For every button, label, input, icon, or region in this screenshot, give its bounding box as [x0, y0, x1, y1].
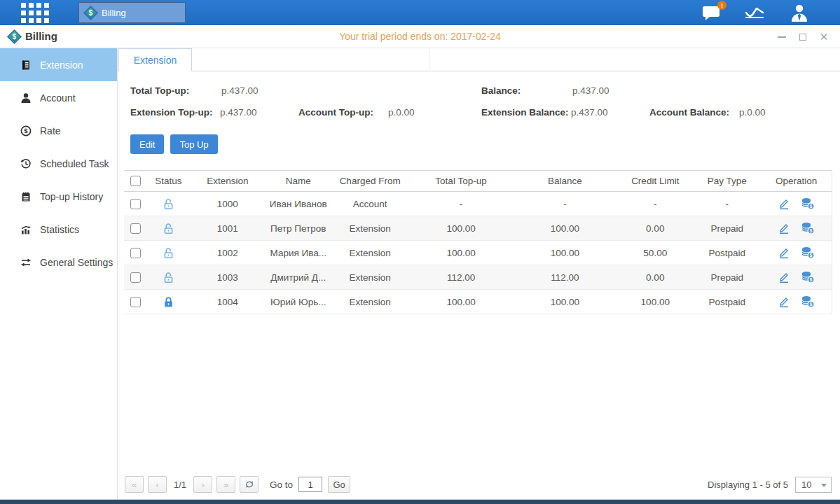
tab-extension[interactable]: Extension: [118, 48, 192, 71]
topup-coins-icon[interactable]: $: [801, 246, 815, 259]
unlocked-icon: [163, 223, 174, 234]
cell-credit-limit: 50.00: [617, 248, 693, 258]
edit-pencil-icon[interactable]: [778, 271, 790, 284]
row-checkbox[interactable]: [130, 199, 141, 209]
sidebar-item-label: Account: [40, 92, 76, 104]
edit-pencil-icon[interactable]: [778, 222, 790, 234]
taskbar-tab-billing[interactable]: $ Billing: [78, 2, 186, 23]
sidebar-item-extension[interactable]: Extension: [0, 48, 117, 81]
table-row: 1000 Иван Иванов Account - - - -: [124, 192, 832, 216]
account-topup-value: p.0.00: [388, 107, 415, 118]
svg-text:$: $: [810, 228, 813, 234]
refresh-icon[interactable]: [240, 476, 259, 493]
sidebar: Extension Account $ Rate Scheduled Task: [0, 48, 118, 499]
column-header-pay-type: Pay Type: [693, 176, 761, 186]
pagination-bar: « ‹ 1/1 › » Go to Go Displaying 1 - 5 of…: [125, 475, 832, 493]
user-icon[interactable]: [790, 4, 809, 22]
cell-name: Дмитрий Д...: [266, 272, 331, 283]
page-size-select[interactable]: 10: [795, 477, 832, 493]
app-grid-icon[interactable]: [21, 3, 53, 23]
select-all-checkbox[interactable]: [130, 176, 141, 186]
next-page-button[interactable]: ›: [193, 476, 212, 493]
unlocked-icon: [163, 247, 174, 259]
taskbar-tab-label: Billing: [102, 8, 126, 18]
maximize-icon[interactable]: [798, 32, 808, 42]
cell-charged-from: Extension: [331, 272, 410, 283]
table-row: 1001 Петр Петров Extension 100.00 100.00…: [124, 216, 832, 241]
sidebar-item-topup-history[interactable]: Top-up History: [0, 180, 117, 213]
sidebar-item-label: Top-up History: [40, 191, 103, 202]
prev-page-button[interactable]: ‹: [148, 476, 167, 493]
minimize-icon[interactable]: [777, 32, 787, 42]
cell-total-topup: -: [410, 199, 513, 209]
edit-pencil-icon[interactable]: [778, 197, 790, 210]
cell-pay-type: Prepaid: [693, 223, 761, 234]
svg-text:$: $: [810, 253, 813, 258]
svg-text:$: $: [24, 127, 28, 134]
cell-extension: 1003: [189, 272, 266, 283]
cell-credit-limit: -: [617, 199, 693, 209]
sidebar-item-account[interactable]: Account: [0, 81, 117, 114]
cell-name: Петр Петров: [266, 223, 331, 234]
svg-text:$: $: [810, 302, 813, 307]
balance-value: p.437.00: [572, 85, 610, 96]
sidebar-item-general-settings[interactable]: General Settings: [0, 246, 117, 279]
row-checkbox[interactable]: [130, 297, 141, 307]
first-page-button[interactable]: «: [125, 476, 144, 493]
cell-extension: 1002: [189, 248, 266, 258]
sidebar-item-label: Rate: [40, 125, 61, 136]
column-header-status: Status: [148, 176, 189, 186]
dollar-diamond-icon: $: [83, 5, 98, 20]
table-row: 1004 Юрий Юрь... Extension 100.00 100.00…: [124, 290, 832, 314]
chat-icon[interactable]: !: [701, 4, 721, 21]
sidebar-item-label: Scheduled Task: [40, 158, 109, 169]
person-icon: [20, 92, 32, 104]
extension-balance-label: Extension Balance:: [481, 107, 571, 118]
clock-history-icon: [20, 158, 32, 169]
cell-charged-from: Extension: [331, 248, 410, 258]
topup-coins-icon[interactable]: $: [801, 197, 815, 210]
cell-total-topup: 100.00: [410, 223, 513, 234]
tab-bar: Extension: [118, 48, 840, 71]
sidebar-item-rate[interactable]: $ Rate: [0, 114, 117, 147]
notebook-icon: [20, 191, 32, 202]
svg-text:$: $: [810, 277, 813, 283]
sidebar-item-statistics[interactable]: Statistics: [0, 213, 117, 246]
edit-button[interactable]: Edit: [130, 134, 164, 154]
total-topup-value: p.437.00: [221, 85, 259, 96]
row-checkbox[interactable]: [130, 272, 141, 283]
window-bottom-edge: [0, 499, 840, 504]
table-row: 1002 Мария Ива... Extension 100.00 100.0…: [124, 241, 832, 265]
column-header-credit-limit: Credit Limit: [617, 176, 693, 186]
sidebar-item-scheduled-task[interactable]: Scheduled Task: [0, 147, 117, 180]
top-up-button[interactable]: Top Up: [170, 134, 217, 154]
table-row: 1003 Дмитрий Д... Extension 112.00 112.0…: [124, 265, 832, 290]
cell-extension: 1001: [189, 223, 266, 234]
chart-icon[interactable]: [745, 4, 766, 21]
cell-balance: 100.00: [512, 297, 617, 307]
table-header: Status Extension Name Charged From Total…: [124, 170, 832, 192]
dollar-circle-icon: $: [20, 125, 32, 136]
cell-extension: 1000: [189, 199, 266, 209]
row-checkbox[interactable]: [130, 223, 141, 234]
column-header-charged-from: Charged From: [331, 176, 410, 186]
edit-pencil-icon[interactable]: [778, 246, 790, 259]
cell-pay-type: Postpaid: [693, 297, 761, 307]
top-taskbar: $ Billing !: [0, 0, 840, 25]
goto-page-input[interactable]: [298, 477, 322, 492]
billing-summary: Total Top-up: p.437.00 Extension Top-up:…: [118, 80, 840, 123]
last-page-button[interactable]: »: [216, 476, 235, 493]
row-checkbox[interactable]: [130, 248, 141, 258]
cell-name: Иван Иванов: [266, 199, 331, 209]
total-topup-label: Total Top-up:: [130, 85, 221, 96]
topup-coins-icon[interactable]: $: [801, 271, 815, 284]
trial-notice: Your trial period ends on: 2017-02-24: [0, 31, 840, 42]
cell-balance: -: [512, 199, 617, 209]
close-icon[interactable]: ✕: [819, 32, 829, 42]
topup-coins-icon[interactable]: $: [801, 222, 815, 234]
cell-charged-from: Extension: [331, 297, 410, 307]
edit-pencil-icon[interactable]: [778, 295, 790, 308]
topup-coins-icon[interactable]: $: [801, 295, 815, 308]
go-button[interactable]: Go: [328, 476, 350, 493]
cell-extension: 1004: [189, 297, 266, 307]
